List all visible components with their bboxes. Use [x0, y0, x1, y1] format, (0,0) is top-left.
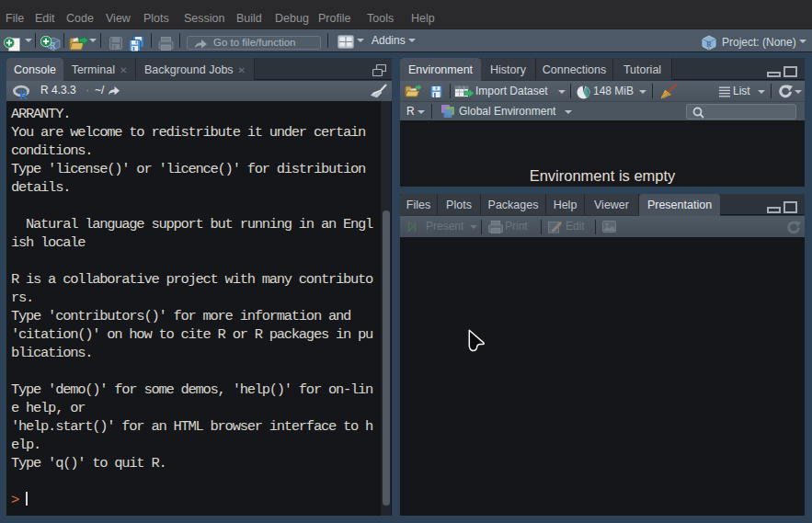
svg-text:R: R [19, 88, 29, 101]
svg-text:R: R [706, 40, 712, 49]
